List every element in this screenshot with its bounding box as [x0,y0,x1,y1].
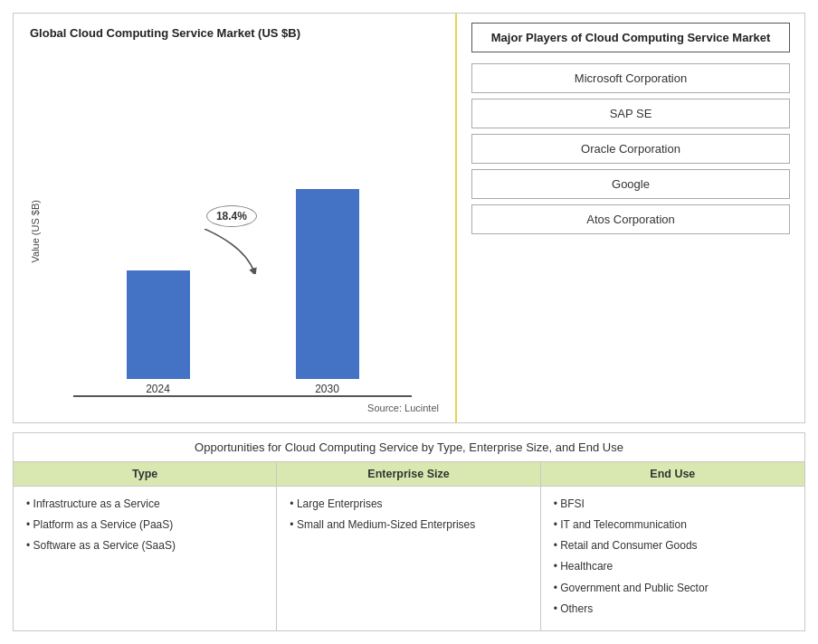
chart-panel: Global Cloud Computing Service Market (U… [14,14,457,422]
top-section: Global Cloud Computing Service Market (U… [13,13,805,423]
players-panel: Major Players of Cloud Computing Service… [457,14,804,422]
enterprise-list: Large Enterprises Small and Medium-Sized… [290,496,527,534]
chart-inner: 18.4% [46,189,439,413]
annotation-bubble: 18.4% [206,205,257,227]
opp-col-enduse-header: End Use [541,462,804,487]
type-item-1: Platform as a Service (PaaS) [26,516,263,534]
opp-col-type: Type Infrastructure as a Service Platfor… [14,462,277,630]
chart-area: Value (US $B) 18.4% [30,49,439,413]
page-wrapper: Global Cloud Computing Service Market (U… [0,0,818,644]
player-item-0: Microsoft Corporation [471,63,790,93]
opp-col-enterprise-header: Enterprise Size [277,462,539,487]
opp-col-enterprise: Enterprise Size Large Enterprises Small … [277,462,540,630]
enterprise-item-0: Large Enterprises [290,496,527,513]
player-item-2: Oracle Corporation [471,134,790,164]
opp-col-type-header: Type [14,462,276,487]
bar-2030 [296,189,359,379]
bottom-section: Opportunities for Cloud Computing Servic… [13,432,805,631]
bar-group-2030: 2030 [296,189,359,395]
annotation-container: 18.4% [200,205,263,274]
chart-title: Global Cloud Computing Service Market (U… [30,26,439,40]
opp-col-enduse: End Use BFSI IT and Telecommunication Re… [541,462,804,630]
enduse-item-2: Retail and Consumer Goods [554,537,792,554]
type-list: Infrastructure as a Service Platform as … [26,496,263,555]
opportunities-grid: Type Infrastructure as a Service Platfor… [14,462,804,630]
enduse-item-1: IT and Telecommunication [554,516,792,534]
opportunities-title: Opportunities for Cloud Computing Servic… [14,433,804,462]
enduse-item-0: BFSI [554,496,792,513]
enduse-item-5: Others [554,601,792,618]
bar-group-2024: 2024 [127,270,190,395]
enduse-item-4: Government and Public Sector [554,580,792,597]
x-axis-line [73,395,412,397]
bar-label-2030: 2030 [315,383,339,395]
enterprise-item-1: Small and Medium-Sized Enterprises [290,516,527,534]
opp-col-enterprise-body: Large Enterprises Small and Medium-Sized… [277,487,539,546]
type-item-0: Infrastructure as a Service [26,496,263,513]
player-item-1: SAP SE [471,99,790,128]
opp-col-type-body: Infrastructure as a Service Platform as … [14,487,276,568]
bar-label-2024: 2024 [146,383,170,395]
player-item-3: Google [471,169,790,199]
bars-and-axes: 18.4% [46,189,439,397]
bar-2024 [127,270,190,379]
curved-arrow-svg [200,229,263,274]
enduse-item-3: Healthcare [554,558,792,575]
bars-row: 18.4% [46,189,439,395]
enduse-list: BFSI IT and Telecommunication Retail and… [554,496,792,618]
y-axis-label: Value (US $B) [30,200,41,263]
players-title: Major Players of Cloud Computing Service… [471,23,790,52]
source-text: Source: Lucintel [46,402,439,413]
player-item-4: Atos Corporation [471,204,790,234]
type-item-2: Software as a Service (SaaS) [26,537,263,554]
opp-col-enduse-body: BFSI IT and Telecommunication Retail and… [541,487,804,630]
